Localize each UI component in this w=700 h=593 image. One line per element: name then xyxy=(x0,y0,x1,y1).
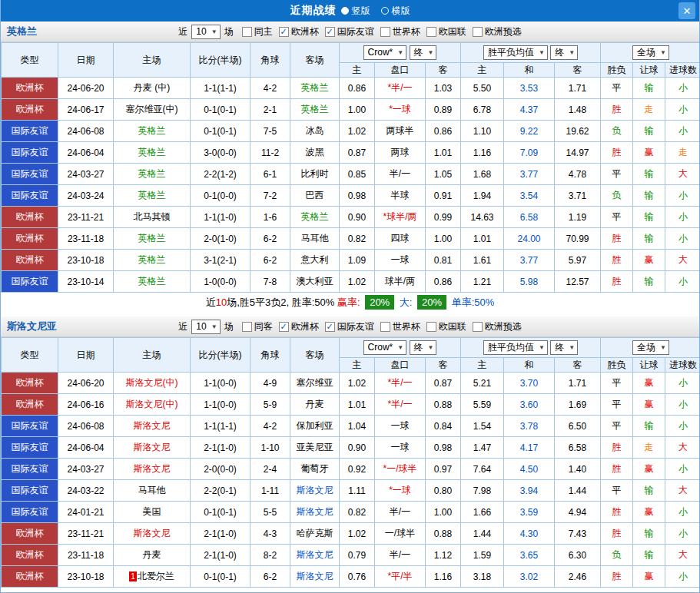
checkbox-icon[interactable]: ✓ xyxy=(279,322,289,332)
col-header-score: 比分(半场) xyxy=(191,43,250,78)
col-header-result: 胜负 xyxy=(601,63,633,78)
cell-win-odds: 1.01 xyxy=(461,228,504,250)
results-body: 欧洲杯24-06-20丹麦 (中)1-1(1-1)4-2英格兰0.86*半/一1… xyxy=(2,78,700,293)
close-button[interactable]: ✕ xyxy=(678,2,695,19)
cell-score: 0-1(0-1) xyxy=(191,566,250,588)
filter-checkbox[interactable]: ✓国际友谊 xyxy=(325,25,374,38)
cell-handicap-home-odds: 0.82 xyxy=(340,228,375,250)
match-count-value: 10 xyxy=(196,321,206,332)
cell-handicap-home-odds: 0.86 xyxy=(340,78,375,99)
filter-checkbox[interactable]: ✓国际友谊 xyxy=(325,320,374,333)
radio-unselected-icon[interactable] xyxy=(381,7,389,15)
checkbox-icon[interactable] xyxy=(242,322,252,332)
cell-match-type: 国际友谊 xyxy=(2,271,58,293)
checkbox-icon[interactable] xyxy=(380,27,390,37)
filter-checkbox[interactable]: 同主 xyxy=(242,25,273,38)
match-row: 国际友谊24-06-08斯洛文尼1-1(1-1)4-2保加利亚1.04一球0.8… xyxy=(2,416,700,437)
cell-result: 胜 xyxy=(601,228,633,250)
match-scope-select[interactable]: 全场▼ xyxy=(632,340,669,355)
cell-handicap-home-odds: 1.02 xyxy=(340,523,375,545)
cell-match-type: 国际友谊 xyxy=(2,164,58,185)
filter-checkbox[interactable]: 欧国联 xyxy=(426,320,466,333)
cell-corner: 7-5 xyxy=(250,121,290,142)
match-scope-select[interactable]: 全场▼ xyxy=(632,45,669,60)
filter-checkbox[interactable]: 欧洲预选 xyxy=(473,25,522,38)
cell-draw-odds: 24.00 xyxy=(504,228,555,250)
filter-checkbox[interactable]: ✓欧洲杯 xyxy=(279,25,319,38)
cell-home-team: 丹麦 (中) xyxy=(114,78,191,99)
filter-bar: 近 10 ▼ 场 同主✓欧洲杯✓国际友谊世界杯欧国联欧洲预选 xyxy=(122,25,578,39)
checkbox-icon[interactable] xyxy=(426,322,436,332)
avg-type-select[interactable]: 胜平负均值▼ xyxy=(483,340,548,355)
odds-state-select[interactable]: 终▼ xyxy=(410,340,437,355)
cell-match-type: 欧洲杯 xyxy=(2,373,58,394)
col-header-lose-odds: 客 xyxy=(555,63,601,78)
cell-handicap-home-odds: 1.11 xyxy=(340,480,375,502)
col-header-draw-odds: 和 xyxy=(504,358,555,373)
filter-checkbox[interactable]: 欧洲预选 xyxy=(473,320,522,333)
avg-state-select[interactable]: 终▼ xyxy=(550,45,578,60)
cell-match-type: 欧洲杯 xyxy=(2,394,58,416)
cell-handicap-away-odds: 0.89 xyxy=(426,99,461,121)
checkbox-icon[interactable] xyxy=(242,27,252,37)
cell-handicap-line: 一/球半 xyxy=(375,523,426,545)
col-header-handicap-away: 客 xyxy=(426,63,461,78)
filter-checkbox[interactable]: 欧国联 xyxy=(426,25,466,38)
odds-state-select[interactable]: 终▼ xyxy=(410,45,437,60)
cell-score: 3-0(0-0) xyxy=(191,142,250,164)
checkbox-icon[interactable]: ✓ xyxy=(279,27,289,37)
rate-badge: 20% xyxy=(417,295,446,310)
avg-state-value: 终 xyxy=(555,46,564,59)
cell-goals-result: 小 xyxy=(665,228,700,250)
radio-label: 竖版 xyxy=(352,5,370,18)
cell-handicap-home-odds: 1.02 xyxy=(340,373,375,394)
checkbox-icon[interactable]: ✓ xyxy=(325,27,335,37)
cell-match-type: 欧洲杯 xyxy=(2,523,58,545)
cell-handicap-away-odds: 0.98 xyxy=(426,437,461,459)
col-header-goals: 进球数 xyxy=(665,63,700,78)
cell-match-type: 欧洲杯 xyxy=(2,250,58,271)
radio-selected-icon[interactable] xyxy=(341,7,349,15)
checkbox-icon[interactable] xyxy=(473,27,483,37)
checkbox-icon[interactable]: ✓ xyxy=(325,322,335,332)
match-count-select[interactable]: 10 ▼ xyxy=(191,320,220,334)
cell-score: 3-1(2-1) xyxy=(191,250,250,271)
cell-handicap-home-odds: 0.87 xyxy=(340,142,375,164)
odds-company-select[interactable]: Crow*▼ xyxy=(363,45,407,60)
filter-checkbox[interactable]: 世界杯 xyxy=(380,320,420,333)
checkbox-icon[interactable] xyxy=(380,322,390,332)
handicap-controls-cell: Crow*▼ 终▼ xyxy=(340,43,461,63)
cell-result: 胜 xyxy=(601,566,633,588)
odds-company-select[interactable]: Crow*▼ xyxy=(363,340,407,355)
checkbox-icon[interactable] xyxy=(473,322,483,332)
cell-result: 胜 xyxy=(601,271,633,293)
cell-home-team: 斯洛文尼(中) xyxy=(114,394,191,416)
cell-corner: 6-1 xyxy=(250,164,290,185)
col-header-date: 日期 xyxy=(58,43,114,78)
layout-radio-vertical[interactable]: 竖版 xyxy=(341,5,370,18)
cell-result: 负 xyxy=(601,545,633,566)
cell-date: 23-10-18 xyxy=(58,250,114,271)
cell-date: 24-06-04 xyxy=(58,437,114,459)
cell-handicap-away-odds: 0.88 xyxy=(426,523,461,545)
match-count-select[interactable]: 10 ▼ xyxy=(191,25,220,39)
cell-handicap-home-odds: 0.90 xyxy=(340,207,375,228)
cell-score: 1-0(0-0) xyxy=(191,271,250,293)
cell-result: 胜 xyxy=(601,437,633,459)
cell-handicap-home-odds: 0.85 xyxy=(340,164,375,185)
layout-radio-horizontal[interactable]: 横版 xyxy=(381,5,410,18)
cell-handicap-away-odds: 0.88 xyxy=(426,394,461,416)
unit-label: 场 xyxy=(224,320,234,333)
cell-goals-result: 走 xyxy=(665,142,700,164)
filter-checkbox[interactable]: 世界杯 xyxy=(380,25,420,38)
filter-checkbox[interactable]: ✓欧洲杯 xyxy=(279,320,319,333)
cell-handicap-result: 赢 xyxy=(633,566,665,588)
cell-home-team: 英格兰 xyxy=(114,271,191,293)
avg-state-select[interactable]: 终▼ xyxy=(550,340,578,355)
checkbox-icon[interactable] xyxy=(426,27,436,37)
avg-type-select[interactable]: 胜平负均值▼ xyxy=(483,45,548,60)
filter-checkbox[interactable]: 同客 xyxy=(242,320,273,333)
match-row: 欧洲杯24-06-20斯洛文尼(中)1-1(0-0)4-9塞尔维亚1.02*半/… xyxy=(2,373,700,394)
match-scope-value: 全场 xyxy=(637,46,655,59)
cell-handicap-away-odds: 0.99 xyxy=(426,207,461,228)
